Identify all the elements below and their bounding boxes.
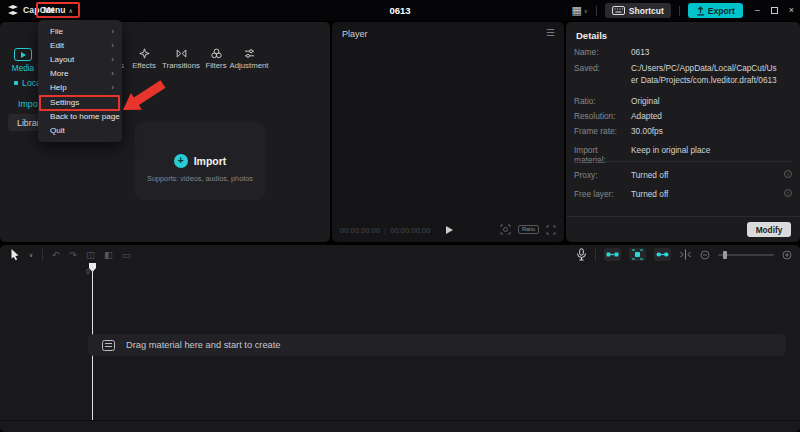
detail-value: Turned off: [631, 170, 792, 182]
titlebar: CapCut Menu ∧ 0613 ▦ ∨ Shortcut: [0, 0, 800, 21]
undo-icon[interactable]: ↶: [52, 250, 60, 260]
zoom-out-icon[interactable]: [700, 250, 710, 260]
detail-value: Keep in original place: [631, 145, 792, 165]
player-panel: Player ☰ 00:00:00:00 | 00:00:00:00 Ratio: [332, 22, 564, 242]
delete-icon[interactable]: ▭: [122, 250, 131, 260]
empty-track-drop-zone[interactable]: Drag material here and start to create: [88, 334, 786, 356]
detail-label: Ratio:: [574, 96, 631, 108]
main-track-magnet-toggle[interactable]: [604, 248, 621, 261]
menu-item-label: More: [50, 69, 111, 78]
timeline-toolbar: ∨ ↶ ↷ ◫ ◧ ▭: [0, 245, 800, 265]
details-footer: Modify: [566, 216, 800, 242]
tab-label: Filters: [205, 61, 226, 70]
settings-highlight-box: [39, 95, 120, 111]
menu-dropdown: File › Edit › Layout › More › Help › Set…: [38, 20, 122, 142]
divider: [596, 6, 597, 16]
chevron-down-icon[interactable]: ∨: [29, 252, 33, 258]
zoom-in-icon[interactable]: [782, 250, 792, 260]
info-icon[interactable]: [784, 189, 792, 197]
timeline-zoom-slider[interactable]: [718, 254, 774, 256]
submenu-arrow-icon: ›: [111, 55, 114, 64]
select-tool-icon[interactable]: [10, 248, 20, 261]
snap-icon: [631, 249, 644, 260]
fullscreen-icon[interactable]: [546, 225, 556, 235]
detail-value: Turned off: [631, 189, 792, 201]
divider: [679, 6, 680, 16]
detail-label: Saved:: [574, 63, 631, 86]
zoom-slider-handle[interactable]: [723, 251, 727, 259]
close-button[interactable]: ×: [789, 6, 794, 15]
play-button[interactable]: [446, 226, 453, 234]
sidebar-item-label: Media: [12, 64, 34, 73]
media-icon: [14, 48, 32, 61]
menu-item-quit[interactable]: Quit: [38, 123, 122, 137]
export-button[interactable]: Export: [688, 3, 743, 18]
submenu-arrow-icon: ›: [111, 41, 114, 50]
snapshot-focus-icon[interactable]: [500, 224, 511, 235]
tab-label: Adjustment: [229, 61, 268, 70]
menu-item-label: Back to home page: [50, 112, 120, 121]
auto-snap-toggle[interactable]: [629, 248, 646, 261]
titlebar-right: ▦ ∨ Shortcut Export – ×: [571, 0, 794, 21]
ratio-button[interactable]: Ratio: [518, 225, 539, 235]
export-button-label: Export: [708, 6, 735, 16]
player-title: Player: [342, 29, 368, 39]
submenu-arrow-icon: ›: [111, 27, 114, 36]
time-separator: |: [384, 226, 386, 235]
player-menu-icon[interactable]: ☰: [546, 27, 555, 38]
detail-row-ratio: Ratio: Original: [574, 96, 792, 108]
modify-button[interactable]: Modify: [747, 222, 791, 237]
total-time: 00:00:00:00: [390, 226, 430, 235]
tab-adjustment[interactable]: Adjustment: [227, 48, 271, 70]
current-time: 00:00:00:00: [340, 226, 380, 235]
link-icon: [656, 250, 669, 259]
detail-row-free-layer: Free layer: Turned off: [574, 189, 792, 201]
sidebar-item-media[interactable]: Media: [6, 48, 40, 73]
divider: [574, 161, 792, 162]
detail-row-import-material: Import material: Keep in original place: [574, 145, 792, 165]
detail-value: 30.00fps: [631, 126, 792, 138]
menu-item-help[interactable]: Help ›: [38, 81, 122, 95]
menu-item-label: File: [50, 27, 111, 36]
details-title: Details: [576, 30, 607, 41]
ruler-zero-label: 0: [86, 268, 90, 275]
trim-left-icon[interactable]: ◧: [104, 250, 113, 260]
info-icon[interactable]: [784, 170, 792, 178]
panels-layout-icon: ▦: [571, 4, 581, 17]
preview-axis-icon[interactable]: [679, 249, 692, 260]
window-controls: – ×: [755, 6, 794, 15]
divider: [595, 249, 596, 261]
shortcut-button[interactable]: Shortcut: [605, 3, 671, 18]
detail-row-framerate: Frame rate: 30.00fps: [574, 126, 792, 138]
export-icon: [696, 6, 705, 16]
shortcut-button-label: Shortcut: [629, 6, 664, 16]
detail-value: C:/Users/PC/AppData/Local/CapCut/User Da…: [631, 63, 792, 86]
tab-label: Effects: [132, 61, 156, 70]
menu-item-back-to-home[interactable]: Back to home page: [38, 109, 122, 123]
maximize-button[interactable]: [771, 7, 778, 14]
detail-row-resolution: Resolution: Adapted: [574, 111, 792, 123]
layout-switcher-button[interactable]: ▦ ∨: [571, 4, 587, 17]
detail-value: Adapted: [631, 111, 792, 123]
minimize-button[interactable]: –: [755, 6, 760, 15]
record-voiceover-mic-icon[interactable]: [576, 248, 587, 261]
detail-label: Free layer:: [574, 189, 631, 201]
detail-row-saved: Saved: C:/Users/PC/AppData/Local/CapCut/…: [574, 63, 792, 86]
empty-track-hint: Drag material here and start to create: [126, 340, 281, 350]
filters-icon: [211, 48, 222, 59]
menu-item-edit[interactable]: Edit ›: [38, 38, 122, 52]
linkage-toggle[interactable]: [654, 248, 671, 261]
detail-value: 0613: [631, 47, 792, 59]
menu-item-more[interactable]: More ›: [38, 67, 122, 81]
menu-item-file[interactable]: File ›: [38, 24, 122, 38]
magnet-link-icon: [606, 250, 619, 259]
menu-item-label: Help: [50, 83, 111, 92]
details-panel: Details Name: 0613 Saved: C:/Users/PC/Ap…: [566, 22, 800, 242]
menu-item-layout[interactable]: Layout ›: [38, 52, 122, 66]
import-drop-area[interactable]: + Import Supports: videos, audios, photo…: [135, 122, 265, 200]
split-icon[interactable]: ◫: [86, 250, 95, 260]
selected-dot-icon: [14, 81, 18, 85]
redo-icon[interactable]: ↷: [69, 250, 77, 260]
menu-item-label: Layout: [50, 55, 111, 64]
transitions-icon: [176, 48, 187, 59]
